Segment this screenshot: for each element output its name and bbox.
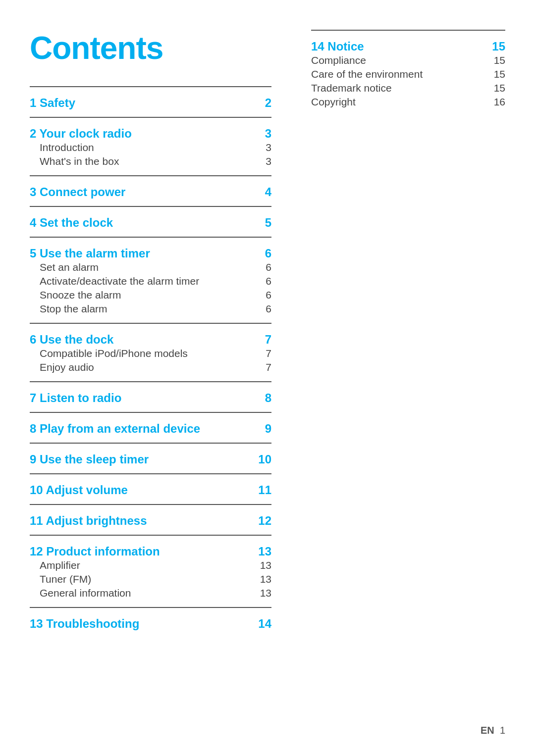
toc-sub-page: 6 <box>257 275 271 287</box>
toc-sub-row: Set an alarm6 <box>30 260 271 274</box>
right-sub-label: Trademark notice <box>311 82 392 94</box>
toc-sub-page: 7 <box>257 348 271 359</box>
toc-main-page: 12 <box>257 514 271 528</box>
toc-main-label: 9 Use the sleep timer <box>30 453 149 466</box>
right-sub-page: 16 <box>490 96 505 108</box>
toc-main-page: 10 <box>257 453 271 466</box>
footer-page: 1 <box>500 725 505 736</box>
right-main-label: 14 Notice <box>311 40 364 53</box>
toc-main-row: 5 Use the alarm timer6 <box>30 247 271 260</box>
toc-sub-page: 13 <box>257 573 271 585</box>
toc-sub-page: 3 <box>257 155 271 167</box>
toc-main-label: 10 Adjust volume <box>30 483 128 497</box>
toc-section: 10 Adjust volume11 <box>30 473 271 502</box>
toc-main-label: 11 Adjust brightness <box>30 514 147 528</box>
right-sub-page: 15 <box>490 82 505 94</box>
toc-main-label: 3 Connect power <box>30 185 125 199</box>
toc-section: 1 Safety2 <box>30 86 271 115</box>
right-sub-page: 15 <box>490 68 505 80</box>
right-sub-row: Compliance15 <box>311 53 505 67</box>
footer: EN 1 <box>481 725 505 736</box>
toc-section: 9 Use the sleep timer10 <box>30 443 271 471</box>
toc-sub-row: Snooze the alarm6 <box>30 288 271 302</box>
toc-sub-label: Tuner (FM) <box>40 573 91 585</box>
toc-sub-row: Stop the alarm6 <box>30 302 271 316</box>
toc-sub-label: Introduction <box>40 142 94 153</box>
toc-section: 6 Use the dock7Compatible iPod/iPhone mo… <box>30 323 271 379</box>
toc-main-row: 2 Your clock radio3 <box>30 127 271 141</box>
toc-sub-label: Set an alarm <box>40 261 99 273</box>
toc-main-row: 3 Connect power4 <box>30 185 271 199</box>
toc-main-page: 14 <box>257 617 271 631</box>
toc-section: 11 Adjust brightness12 <box>30 504 271 533</box>
right-sub-label: Copyright <box>311 96 356 108</box>
toc-main-label: 8 Play from an external device <box>30 422 200 436</box>
toc-sub-label: Compatible iPod/iPhone models <box>40 348 188 359</box>
page-title: Contents <box>30 30 271 66</box>
toc-main-row: 1 Safety2 <box>30 96 271 110</box>
toc-section: 4 Set the clock5 <box>30 206 271 235</box>
toc-main-row: 11 Adjust brightness12 <box>30 514 271 528</box>
left-toc: 1 Safety22 Your clock radio3Introduction… <box>30 86 271 636</box>
toc-sub-label: Stop the alarm <box>40 303 107 315</box>
toc-main-page: 2 <box>257 96 271 110</box>
toc-sub-page: 13 <box>257 587 271 599</box>
toc-main-row: 10 Adjust volume11 <box>30 483 271 497</box>
toc-main-page: 3 <box>257 127 271 141</box>
toc-main-row: 6 Use the dock7 <box>30 333 271 347</box>
toc-main-row: 4 Set the clock5 <box>30 216 271 230</box>
toc-main-page: 6 <box>257 247 271 260</box>
toc-sub-page: 6 <box>257 289 271 301</box>
toc-main-page: 13 <box>257 545 271 558</box>
toc-main-label: 7 Listen to radio <box>30 391 121 405</box>
toc-main-page: 8 <box>257 391 271 405</box>
toc-main-row: 12 Product information13 <box>30 545 271 558</box>
toc-main-label: 1 Safety <box>30 96 75 110</box>
toc-sub-page: 13 <box>257 559 271 571</box>
toc-main-page: 7 <box>257 333 271 347</box>
toc-main-label: 5 Use the alarm timer <box>30 247 150 260</box>
right-sub-label: Compliance <box>311 54 366 66</box>
toc-main-page: 5 <box>257 216 271 230</box>
toc-section: 5 Use the alarm timer6Set an alarm6Activ… <box>30 237 271 321</box>
footer-lang: EN <box>481 725 494 736</box>
right-sub-row: Care of the environment15 <box>311 67 505 81</box>
toc-main-page: 9 <box>257 422 271 436</box>
toc-main-row: 13 Troubleshooting14 <box>30 617 271 631</box>
toc-sub-row: Tuner (FM)13 <box>30 572 271 586</box>
toc-sub-row: Amplifier13 <box>30 558 271 572</box>
toc-section: 13 Troubleshooting14 <box>30 607 271 636</box>
toc-main-label: 13 Troubleshooting <box>30 617 139 631</box>
toc-main-label: 4 Set the clock <box>30 216 113 230</box>
toc-main-page: 4 <box>257 185 271 199</box>
toc-sub-page: 3 <box>257 142 271 153</box>
toc-main-row: 9 Use the sleep timer10 <box>30 453 271 466</box>
toc-main-row: 7 Listen to radio8 <box>30 391 271 405</box>
toc-main-row: 8 Play from an external device9 <box>30 422 271 436</box>
page-container: Contents 1 Safety22 Your clock radio3Int… <box>30 30 505 638</box>
toc-main-page: 11 <box>257 483 271 497</box>
right-main-row: 14 Notice15 <box>311 40 505 53</box>
toc-sub-page: 7 <box>257 361 271 373</box>
toc-sub-label: Snooze the alarm <box>40 289 121 301</box>
toc-sub-label: Amplifier <box>40 559 80 571</box>
toc-sub-row: Enjoy audio7 <box>30 360 271 374</box>
toc-sub-row: Introduction3 <box>30 141 271 154</box>
toc-section: 8 Play from an external device9 <box>30 412 271 441</box>
right-toc: 14 Notice15Compliance15Care of the envir… <box>311 30 505 114</box>
toc-section: 12 Product information13Amplifier13Tuner… <box>30 535 271 605</box>
right-sub-row: Copyright16 <box>311 95 505 109</box>
right-column: 14 Notice15Compliance15Care of the envir… <box>291 30 505 638</box>
toc-sub-page: 6 <box>257 261 271 273</box>
right-sub-label: Care of the environment <box>311 68 423 80</box>
toc-main-label: 6 Use the dock <box>30 333 113 347</box>
toc-sub-label: General information <box>40 587 131 599</box>
toc-sub-label: Activate/deactivate the alarm timer <box>40 275 199 287</box>
toc-section: 7 Listen to radio8 <box>30 381 271 410</box>
toc-section: 3 Connect power4 <box>30 175 271 204</box>
toc-sub-row: General information13 <box>30 586 271 600</box>
right-section: 14 Notice15Compliance15Care of the envir… <box>311 30 505 114</box>
toc-sub-row: Activate/deactivate the alarm timer6 <box>30 274 271 288</box>
toc-sub-row: Compatible iPod/iPhone models7 <box>30 347 271 360</box>
right-sub-page: 15 <box>490 54 505 66</box>
